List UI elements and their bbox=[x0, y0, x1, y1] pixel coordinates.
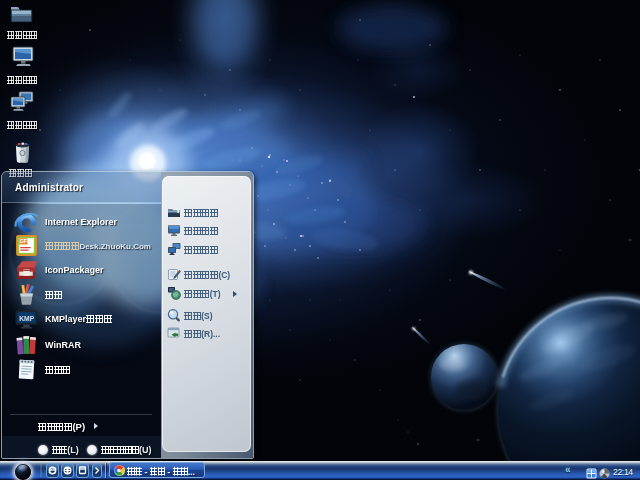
svg-text:GFC: GFC bbox=[20, 238, 31, 244]
svg-text:KMP: KMP bbox=[19, 315, 35, 322]
